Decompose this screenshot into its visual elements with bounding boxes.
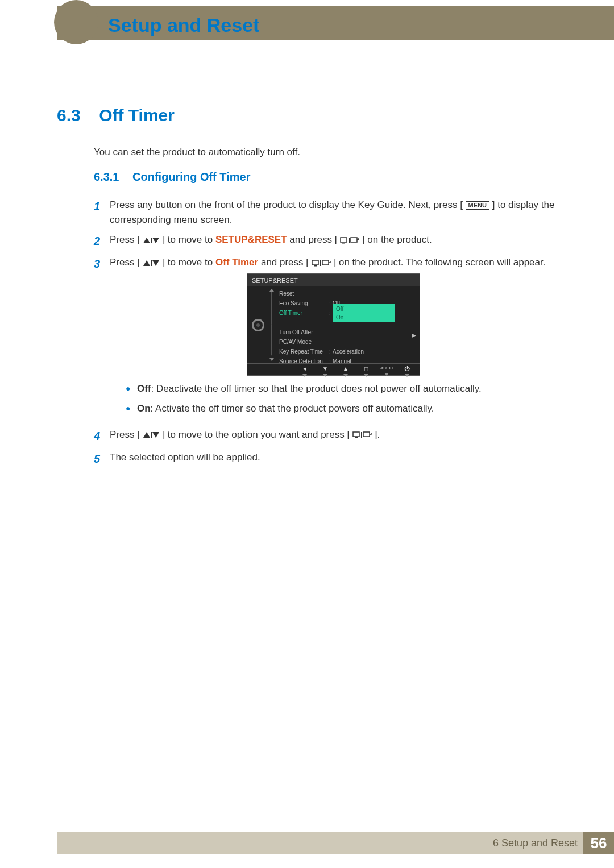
select-source-icon <box>340 236 359 244</box>
bullet-item: ● Off: Deactivate the off timer so that … <box>126 381 557 396</box>
chapter-title: Setup and Reset <box>108 14 259 36</box>
svg-rect-20 <box>355 437 358 438</box>
gear-icon <box>252 319 264 331</box>
triangle-right-icon: ▶ <box>412 331 416 339</box>
step-text: Press [ <box>110 429 140 440</box>
svg-marker-7 <box>143 260 150 266</box>
bullet-label: Off <box>137 383 151 394</box>
step-row: 5 The selected option will be applied. <box>94 450 557 467</box>
step-text: Press [ <box>110 257 140 268</box>
svg-rect-22 <box>363 432 370 437</box>
up-down-arrows-icon <box>143 431 160 439</box>
osd-menu-item: Source Detection <box>273 357 329 366</box>
bullet-label: On <box>137 403 151 414</box>
svg-rect-13 <box>322 260 329 265</box>
subsection-title: Configuring Off Timer <box>132 171 250 183</box>
auto-icon: AUTO <box>380 365 393 376</box>
osd-dropdown: Off On <box>333 304 395 322</box>
svg-rect-4 <box>342 243 345 244</box>
osd-dropdown-option: Off <box>333 305 395 313</box>
osd-menu-item: Reset <box>273 289 329 298</box>
svg-rect-5 <box>349 238 350 243</box>
step-text: and press [ <box>261 257 309 268</box>
bullet-dot-icon: ● <box>126 381 137 395</box>
svg-rect-3 <box>341 238 347 242</box>
svg-marker-2 <box>152 238 159 243</box>
select-source-icon <box>312 259 331 267</box>
section-number: 6.3 <box>57 106 81 124</box>
step-text: ] to move to the option you want and pre… <box>162 429 350 440</box>
section-title: Off Timer <box>99 106 175 124</box>
step-row: 3 Press [ ] to move to Off Timer and pre… <box>94 255 557 422</box>
svg-marker-18 <box>152 432 159 438</box>
step-row: 1 Press any button on the front of the p… <box>94 198 557 227</box>
footer-bar: 6 Setup and Reset 56 <box>57 832 614 854</box>
osd-menu-value: Manual <box>333 357 351 366</box>
bullet-item: ● On: Activate the off timer so that the… <box>126 401 557 416</box>
footer-chapter-label: 6 Setup and Reset <box>493 837 578 849</box>
svg-marker-9 <box>152 260 159 266</box>
osd-menu-item: Eco Saving <box>273 299 329 308</box>
osd-preview: SETUP&RESET Reset Eco Saving:Off <box>247 273 420 376</box>
step-row: 4 Press [ ] to move to the option you wa… <box>94 427 557 445</box>
bullet-text: : Deactivate the off timer so that the p… <box>151 383 482 394</box>
svg-marker-16 <box>143 432 150 438</box>
section-intro: You can set the product to automatically… <box>94 147 300 158</box>
menu-button-icon: MENU <box>466 201 489 210</box>
page-number: 56 <box>583 832 614 854</box>
svg-rect-17 <box>151 432 152 438</box>
osd-menu-item: Turn Off After <box>273 328 329 337</box>
osd-menu-item: PC/AV Mode <box>273 338 329 346</box>
osd-title: SETUP&RESET <box>247 274 420 287</box>
svg-rect-6 <box>351 238 357 242</box>
step-text: The selected option will be applied. <box>110 452 260 463</box>
menu-guide-line <box>269 289 275 361</box>
svg-rect-1 <box>151 238 152 243</box>
svg-marker-0 <box>143 238 150 243</box>
step-text: and press [ <box>289 234 337 245</box>
svg-rect-12 <box>320 260 321 266</box>
step-number: 5 <box>94 450 110 467</box>
svg-rect-19 <box>353 432 359 437</box>
svg-marker-14 <box>269 289 274 292</box>
chapter-circle-icon <box>54 0 98 44</box>
step-text: ] to move to <box>162 257 215 268</box>
step-text: Press any button on the front of the pro… <box>110 200 463 210</box>
up-down-arrows-icon <box>143 236 160 244</box>
off-timer-label: Off Timer <box>215 257 258 268</box>
step-number: 3 <box>94 255 110 422</box>
step-text: ] to move to <box>162 234 215 245</box>
step-row: 2 Press [ ] to move to SETUP&RESET and p… <box>94 232 557 250</box>
svg-rect-8 <box>151 260 152 266</box>
bullet-dot-icon: ● <box>126 401 137 415</box>
step-number: 4 <box>94 427 110 445</box>
setup-reset-label: SETUP&RESET <box>215 234 287 245</box>
select-source-icon <box>352 431 372 439</box>
step-number: 1 <box>94 198 110 227</box>
svg-rect-10 <box>312 260 318 265</box>
osd-menu-item-selected: Off Timer <box>273 309 329 317</box>
osd-menu-value: Acceleration <box>333 347 364 356</box>
bullet-text: : Activate the off timer so that the pro… <box>151 403 434 414</box>
svg-rect-21 <box>361 432 362 438</box>
osd-menu-item: Key Repeat Time <box>273 347 329 356</box>
section-heading: 6.3 Off Timer <box>57 106 175 125</box>
step-text: ] on the product. The following screen w… <box>334 257 546 268</box>
svg-marker-15 <box>269 358 274 361</box>
step-number: 2 <box>94 232 110 250</box>
step-text: ]. <box>375 429 380 440</box>
osd-dropdown-option: On <box>333 313 395 322</box>
up-down-arrows-icon <box>143 259 160 267</box>
step-text: Press [ <box>110 234 140 245</box>
subsection-heading: 6.3.1 Configuring Off Timer <box>94 171 250 184</box>
step-text: ] on the product. <box>362 234 432 245</box>
subsection-number: 6.3.1 <box>94 171 119 183</box>
svg-rect-11 <box>314 265 317 267</box>
